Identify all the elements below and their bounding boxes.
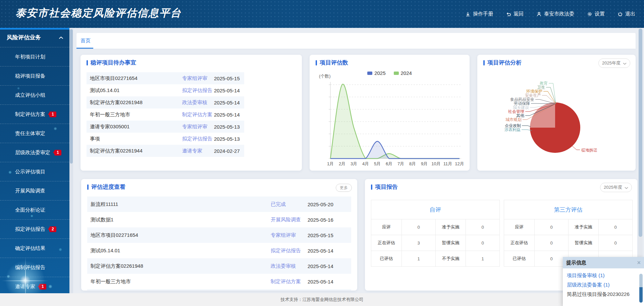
stage-link[interactable]: 政法委审核 <box>182 99 214 106</box>
card-eval-analysis: 项目评估分析 2025年度 教育卫生环境保护安全生产食品药品安全劳动保障城乡建设… <box>477 55 636 171</box>
more-button[interactable]: 更多 <box>336 184 352 192</box>
stat-value: 0 <box>598 219 632 235</box>
project-name: 地区市项目02271654 <box>91 232 271 238</box>
project-name: 测试05.14.01 <box>91 248 271 254</box>
pie-label: 征地拆迁 <box>581 148 597 152</box>
active-tab-indicator <box>76 48 93 49</box>
sidebar-item-confirm-result[interactable]: 确定评估结果 <box>0 238 69 258</box>
table-row: 新流程11111已完成2025-05-20 <box>87 196 351 212</box>
toast-body: 项目报备审核 (1) 层级政法委备案 (1) 简易过往项目报备20230226 <box>563 268 644 299</box>
back-label: 返回 <box>514 11 524 17</box>
stage-link[interactable]: 拟定评估报告 <box>182 87 214 94</box>
project-name: 制定评估方案02261944 <box>90 148 182 154</box>
stage-link[interactable]: 拟定评估报告 <box>271 248 308 254</box>
project-name: 事项 <box>90 136 182 142</box>
sidebar-group-risk-assessment[interactable]: 风险评估业务 <box>0 28 69 47</box>
stage-link[interactable]: 制定评估方案 <box>182 112 214 118</box>
row-date: 2025-05-13 <box>214 136 241 142</box>
settings-button[interactable]: 设置 <box>587 11 605 17</box>
tab-home[interactable]: 首页 <box>80 33 91 49</box>
self-eval-table: 自评 应评0准予实施0 正在评估3暂缓实施0 已评估1不予实施1 <box>371 200 500 267</box>
stat-label: 应评 <box>504 219 534 235</box>
row-date: 2025-05-14 <box>214 100 241 105</box>
toast-link-committee-filing[interactable]: 层级政法委备案 (1) <box>567 280 640 290</box>
sidebar-item-compile-report[interactable]: 编制评估报告 <box>0 258 69 277</box>
stage-link[interactable]: 拟定评估报告 <box>182 136 214 142</box>
stat-label: 准予实施 <box>568 219 598 235</box>
sidebar-scrollbar[interactable] <box>69 29 73 293</box>
logout-button[interactable]: 退出 <box>618 11 635 17</box>
notification-toast: 提示信息 × 项目报备审核 (1) 层级政法委备案 (1) 简易过往项目报备20… <box>563 257 644 306</box>
current-user[interactable]: 泰安市政法委 <box>536 11 574 17</box>
sidebar-item-label: 开展风险调查 <box>15 188 45 194</box>
row-date: 2025-05-14 <box>214 88 241 93</box>
sidebar-item-annual-plan[interactable]: 年初项目计划 <box>0 47 69 66</box>
download-icon <box>465 11 471 17</box>
stage-link[interactable]: 政法委审核 <box>271 263 308 269</box>
stage-link[interactable]: 制定评估方案 <box>271 278 308 285</box>
table-row: 地区市项目02271654专家组评审2025-05-15 <box>87 227 351 243</box>
stage-link[interactable]: 开展风险调查 <box>271 217 308 223</box>
sidebar-item-analysis[interactable]: 全面分析论证 <box>0 200 69 219</box>
footer: 技术支持：江苏海盟金网信息技术有限公司 <box>0 293 644 306</box>
stage-link[interactable]: 专家组评审 <box>271 232 308 238</box>
x-tick-label: 11月 <box>443 161 452 166</box>
stat-label: 暂缓实施 <box>435 235 466 251</box>
stat-value: 0 <box>466 235 499 251</box>
notification-badge: 1 <box>54 150 61 156</box>
pie-leader-line <box>522 126 531 127</box>
sidebar-item-publicize[interactable]: 公示评估项目 <box>0 162 69 181</box>
series-area-2024 <box>330 84 460 159</box>
sidebar-item-risk-survey[interactable]: 开展风险调查 <box>0 181 69 200</box>
stat-label: 不予实施 <box>435 251 466 266</box>
toast-text-item: 简易过往项目报备20230226 <box>567 290 640 299</box>
sidebar-item-label: 制定评估方案 <box>15 111 45 118</box>
stat-value: 0 <box>401 219 435 235</box>
page-scrollbar[interactable] <box>638 29 643 293</box>
x-tick-label: 5月 <box>374 161 381 166</box>
toast-scrollbar-thumb[interactable] <box>639 287 643 303</box>
close-icon[interactable]: × <box>637 260 641 266</box>
sidebar-item-project-filing[interactable]: 稳评项目报备 <box>0 66 69 85</box>
table-row: 邀请专家0305001专家组评审2025-05-13 <box>87 121 244 133</box>
return-icon <box>506 11 511 17</box>
pie-chart: 教育卫生环境保护安全生产食品药品安全劳动保障城乡建设社会管理其他城市规划企业改制… <box>477 55 636 171</box>
stage-link[interactable]: 已完成 <box>271 201 308 208</box>
year-select[interactable]: 2025年度 <box>600 183 632 192</box>
sidebar-scrollbar-thumb[interactable] <box>70 29 73 164</box>
power-icon <box>618 11 623 17</box>
sidebar-item-invite-experts[interactable]: 邀请专家1 <box>0 277 69 293</box>
stage-link[interactable]: 专家组评审 <box>182 124 214 130</box>
row-date: 2025-05-14 <box>214 112 241 118</box>
manual-button[interactable]: 操作手册 <box>465 11 493 17</box>
stat-value: 0 <box>598 235 632 251</box>
sidebar-item-draft-report[interactable]: 拟定评估报告2 <box>0 219 69 238</box>
chevron-up-icon <box>59 34 63 41</box>
sidebar-item-label: 编制评估报告 <box>15 264 45 271</box>
row-date: 2025-05-15 <box>308 232 334 238</box>
stat-value: 0 <box>534 235 568 251</box>
toast-link-report-review[interactable]: 项目报备审核 (1) <box>567 271 640 280</box>
back-button[interactable]: 返回 <box>506 11 524 17</box>
stat-value: 0 <box>466 219 499 235</box>
x-tick-label: 10月 <box>431 161 440 166</box>
sidebar-item-make-plan[interactable]: 制定评估方案1 <box>0 104 69 124</box>
sidebar-item-form-team[interactable]: 成立评估小组 <box>0 85 69 104</box>
page-scrollbar-thumb[interactable] <box>639 29 642 237</box>
sidebar-item-responsible-review[interactable]: 责任主体审定 <box>0 124 69 143</box>
sidebar-item-committee-review[interactable]: 层级政法委审定1 <box>0 143 69 162</box>
page-title: 泰安市社会稳定风险评估信息平台 <box>15 6 181 20</box>
stage-link[interactable]: 邀请专家 <box>182 148 214 154</box>
stage-link[interactable]: 专家组评审 <box>182 75 214 82</box>
toast-title: 提示信息 <box>566 260 586 266</box>
user-label: 泰安市政法委 <box>544 11 574 17</box>
table-row: 年初一般三方地市制定评估方案2025-05-14 <box>87 274 351 289</box>
notification-badge: 2 <box>49 226 56 232</box>
table-header: 第三方评估 <box>504 200 632 219</box>
toast-scrollbar[interactable] <box>639 274 643 303</box>
row-date: 2025-05-16 <box>308 217 334 223</box>
sidebar-item-label: 责任主体审定 <box>15 130 45 137</box>
x-tick-label: 7月 <box>397 161 404 166</box>
settings-label: 设置 <box>595 11 605 17</box>
sidebar-item-label: 拟定评估报告 <box>15 226 45 232</box>
